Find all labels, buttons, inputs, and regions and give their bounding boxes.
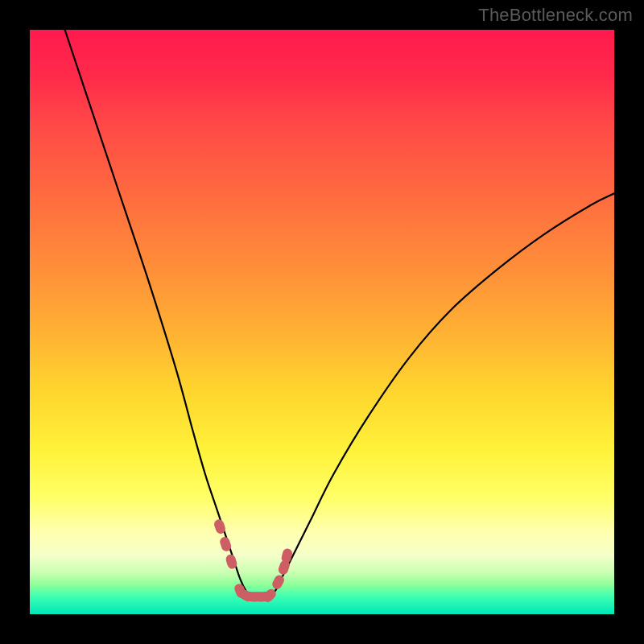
plot-area bbox=[30, 30, 614, 614]
chart-frame: TheBottleneck.com bbox=[0, 0, 644, 644]
bottleneck-curve bbox=[65, 30, 614, 597]
curve-layer bbox=[30, 30, 614, 614]
watermark-text: TheBottleneck.com bbox=[478, 5, 633, 26]
